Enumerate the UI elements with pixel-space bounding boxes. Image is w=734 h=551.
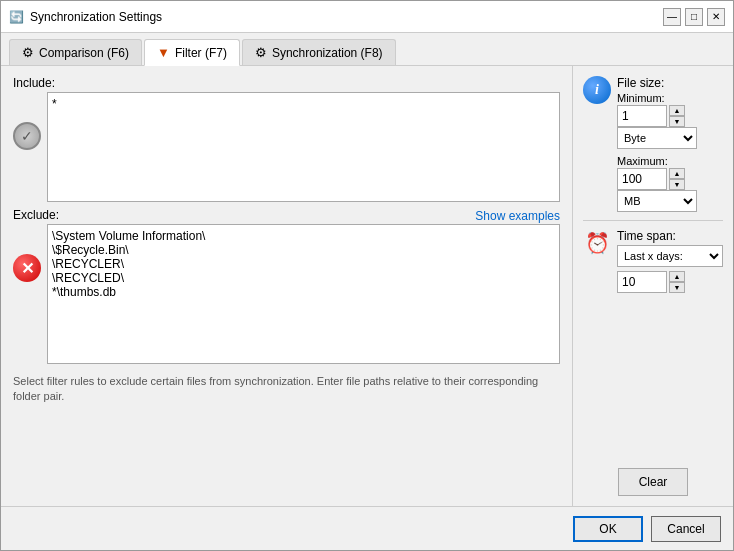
minimum-spin-down[interactable]: ▼	[669, 116, 685, 127]
include-section: Include: ✓	[13, 76, 560, 202]
maximum-spin-up[interactable]: ▲	[669, 168, 685, 179]
comparison-tab-label: Comparison (F6)	[39, 46, 129, 60]
right-panel-inner: i File size: Minimum: ▲ ▼ Byte	[583, 76, 723, 496]
ok-button[interactable]: OK	[573, 516, 643, 542]
content-area: Include: ✓ Exclude: Show examples ✕ Sele…	[1, 66, 733, 506]
time-span-controls: Time span: Last x days: Last x hours: La…	[617, 229, 723, 293]
minimum-spinner-row: ▲ ▼	[617, 105, 723, 127]
minimum-unit-select[interactable]: Byte KB MB GB	[617, 127, 697, 149]
exclude-header: Exclude: Show examples	[13, 208, 560, 224]
restore-button[interactable]: □	[685, 8, 703, 26]
exclude-row: ✕	[13, 224, 560, 364]
exclude-textarea[interactable]	[47, 224, 560, 364]
time-span-label: Time span:	[617, 229, 723, 243]
exclude-x-icon: ✕	[13, 254, 41, 282]
window-title: Synchronization Settings	[30, 10, 162, 24]
time-span-spinner-row: ▲ ▼	[617, 271, 723, 293]
time-span-input[interactable]	[617, 271, 667, 293]
include-row: ✓	[13, 92, 560, 202]
time-span-spin-up[interactable]: ▲	[669, 271, 685, 282]
time-span-section: ⏰ Time span: Last x days: Last x hours: …	[583, 229, 723, 293]
synchronization-tab-icon: ⚙	[255, 45, 267, 60]
file-size-section: i File size: Minimum: ▲ ▼ Byte	[583, 76, 723, 212]
file-size-controls: File size: Minimum: ▲ ▼ Byte KB	[617, 76, 723, 212]
main-panel: Include: ✓ Exclude: Show examples ✕ Sele…	[1, 66, 573, 506]
title-bar-icon: 🔄	[9, 10, 24, 24]
hint-text: Select filter rules to exclude certain f…	[13, 374, 560, 405]
file-size-label: File size:	[617, 76, 723, 90]
exclude-section: Exclude: Show examples ✕	[13, 208, 560, 364]
close-button[interactable]: ✕	[707, 8, 725, 26]
clock-icon: ⏰	[583, 229, 611, 257]
tab-comparison[interactable]: ⚙ Comparison (F6)	[9, 39, 142, 65]
minimize-button[interactable]: —	[663, 8, 681, 26]
clear-button[interactable]: Clear	[618, 468, 688, 496]
footer: OK Cancel	[1, 506, 733, 550]
title-bar-left: 🔄 Synchronization Settings	[9, 10, 162, 24]
include-check-icon: ✓	[13, 122, 41, 150]
divider	[583, 220, 723, 221]
time-span-spin-down[interactable]: ▼	[669, 282, 685, 293]
right-panel: i File size: Minimum: ▲ ▼ Byte	[573, 66, 733, 506]
filter-tab-icon: ▼	[157, 45, 170, 60]
show-examples-link[interactable]: Show examples	[475, 209, 560, 223]
maximum-spin-down[interactable]: ▼	[669, 179, 685, 190]
minimum-input[interactable]	[617, 105, 667, 127]
title-bar-controls: — □ ✕	[663, 8, 725, 26]
synchronization-tab-label: Synchronization (F8)	[272, 46, 383, 60]
maximum-input[interactable]	[617, 168, 667, 190]
tab-filter[interactable]: ▼ Filter (F7)	[144, 39, 240, 66]
maximum-label: Maximum:	[617, 155, 723, 167]
tab-bar: ⚙ Comparison (F6) ▼ Filter (F7) ⚙ Synchr…	[1, 33, 733, 66]
minimum-spin-up[interactable]: ▲	[669, 105, 685, 116]
include-label: Include:	[13, 76, 560, 90]
exclude-label: Exclude:	[13, 208, 59, 222]
info-icon: i	[583, 76, 611, 104]
cancel-button[interactable]: Cancel	[651, 516, 721, 542]
filter-tab-label: Filter (F7)	[175, 46, 227, 60]
maximum-unit-select[interactable]: Byte KB MB GB	[617, 190, 697, 212]
time-span-spinner-btns: ▲ ▼	[669, 271, 685, 293]
comparison-tab-icon: ⚙	[22, 45, 34, 60]
title-bar: 🔄 Synchronization Settings — □ ✕	[1, 1, 733, 33]
tab-synchronization[interactable]: ⚙ Synchronization (F8)	[242, 39, 396, 65]
minimum-label: Minimum:	[617, 92, 723, 104]
time-span-unit-select[interactable]: Last x days: Last x hours: Last x weeks:	[617, 245, 723, 267]
maximum-spinner-row: ▲ ▼	[617, 168, 723, 190]
main-window: 🔄 Synchronization Settings — □ ✕ ⚙ Compa…	[0, 0, 734, 551]
include-textarea[interactable]	[47, 92, 560, 202]
maximum-spinner-btns: ▲ ▼	[669, 168, 685, 190]
minimum-spinner-btns: ▲ ▼	[669, 105, 685, 127]
